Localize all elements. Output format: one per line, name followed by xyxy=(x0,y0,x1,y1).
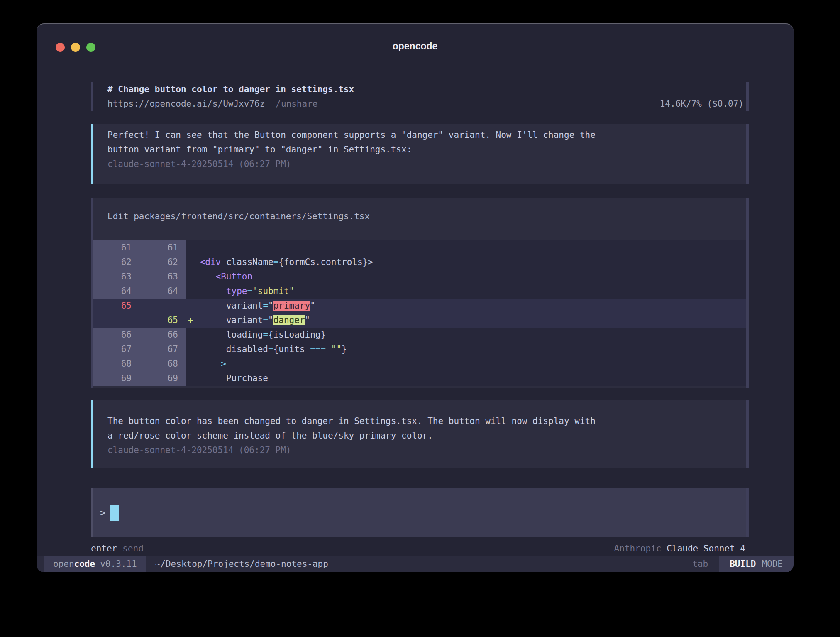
prompt-caret: > xyxy=(100,505,105,520)
diff-row: 6868 > xyxy=(93,357,746,371)
close-button[interactable] xyxy=(56,43,65,52)
statusbar: opencodev0.3.11 ~/Desktop/Projects/demo-… xyxy=(37,556,794,572)
assistant-message: The button color has been changed to dan… xyxy=(91,400,749,468)
new-line-number: 64 xyxy=(140,284,186,299)
message-line: The button color has been changed to dan… xyxy=(107,414,738,429)
code-line: <div className={formCs.controls}> xyxy=(195,255,746,270)
minimize-button[interactable] xyxy=(71,43,80,52)
hint-send-label: send xyxy=(122,541,144,556)
old-line-number: 61 xyxy=(93,240,140,255)
statusbar-spacer xyxy=(328,556,692,572)
app-name-prefix: open xyxy=(53,559,74,569)
session-title: # Change button color to danger in setti… xyxy=(107,82,744,97)
code-line: loading={isLoading} xyxy=(195,328,746,342)
diff-row: 6262 <div className={formCs.controls}> xyxy=(93,255,746,270)
code-line: > xyxy=(195,357,746,371)
diff-row: 65- variant="primary" xyxy=(93,299,746,313)
message-line: Perfect! I can see that the Button compo… xyxy=(107,128,738,142)
model-provider: Anthropic xyxy=(614,541,662,556)
text-cursor xyxy=(110,505,119,521)
mode-suffix: MODE xyxy=(762,559,783,569)
app-badge: opencodev0.3.11 xyxy=(44,556,146,572)
model-name: Claude Sonnet 4 xyxy=(667,541,749,556)
hint-row: enter send Anthropic Claude Sonnet 4 xyxy=(91,541,749,556)
old-line-number xyxy=(93,313,140,328)
old-line-number: 68 xyxy=(93,357,140,371)
prompt-input[interactable]: > xyxy=(91,488,749,537)
unshare-hint: /unshare xyxy=(276,97,317,111)
diff: 61616262 <div className={formCs.controls… xyxy=(93,240,746,386)
message-line: button variant from "primary" to "danger… xyxy=(107,142,738,157)
new-line-number: 62 xyxy=(140,255,186,270)
old-line-number: 62 xyxy=(93,255,140,270)
titlebar: opencode xyxy=(37,24,794,52)
diff-row: 6161 xyxy=(93,240,746,255)
message-meta: claude-sonnet-4-20250514 (06:27 PM) xyxy=(107,443,738,458)
old-line-number: 63 xyxy=(93,270,140,284)
diff-row: 6464 type="submit" xyxy=(93,284,746,299)
tab-key-hint: tab xyxy=(692,556,708,572)
message-meta: claude-sonnet-4-20250514 (06:27 PM) xyxy=(107,157,738,172)
assistant-message: Perfect! I can see that the Button compo… xyxy=(91,124,749,184)
new-line-number: 67 xyxy=(140,342,186,357)
code-line: type="submit" xyxy=(195,284,746,299)
new-line-number: 61 xyxy=(140,240,186,255)
old-line-number: 65 xyxy=(93,299,140,313)
new-line-number: 63 xyxy=(140,270,186,284)
diff-marker xyxy=(186,284,195,299)
diff-marker xyxy=(186,328,195,342)
app-window: opencode # Change button color to danger… xyxy=(37,23,794,572)
window-controls xyxy=(56,43,95,52)
share-url: https://opencode.ai/s/UwJxv76z xyxy=(107,97,265,111)
diff-marker: - xyxy=(186,299,195,313)
diff-marker xyxy=(186,240,195,255)
code-line: disabled={units === ""} xyxy=(195,342,746,357)
hint-enter-key: enter xyxy=(91,541,117,556)
app-version: v0.3.11 xyxy=(100,559,137,569)
new-line-number: 68 xyxy=(140,357,186,371)
diff-marker xyxy=(186,270,195,284)
old-line-number: 64 xyxy=(93,284,140,299)
diff-marker xyxy=(186,255,195,270)
working-directory: ~/Desktop/Projects/demo-notes-app xyxy=(155,556,328,572)
new-line-number: 65 xyxy=(140,313,186,328)
diff-row: 6969 Purchase xyxy=(93,371,746,386)
mode-badge: BUILDMODE xyxy=(719,556,794,572)
new-line-number xyxy=(140,299,186,313)
diff-row: 6767 disabled={units === ""} xyxy=(93,342,746,357)
window-title: opencode xyxy=(37,24,794,52)
app-name-suffix: code xyxy=(74,559,95,569)
diff-marker xyxy=(186,342,195,357)
code-line: variant="danger" xyxy=(195,313,746,328)
code-line: Purchase xyxy=(195,371,746,386)
mode-name: BUILD xyxy=(730,559,756,569)
edit-tool-header: Edit packages/frontend/src/containers/Se… xyxy=(93,209,746,224)
session-header: # Change button color to danger in setti… xyxy=(91,82,749,111)
context-stats: 14.6K/7% ($0.07) xyxy=(660,97,744,111)
message-line: a red/rose color scheme instead of the b… xyxy=(107,429,738,443)
code-line: variant="primary" xyxy=(195,299,746,313)
code-line xyxy=(195,240,746,255)
diff-row: 6666 loading={isLoading} xyxy=(93,328,746,342)
diff-row: 6363 <Button xyxy=(93,270,746,284)
old-line-number: 69 xyxy=(93,371,140,386)
code-line: <Button xyxy=(195,270,746,284)
old-line-number: 66 xyxy=(93,328,140,342)
new-line-number: 66 xyxy=(140,328,186,342)
diff-row: 65+ variant="danger" xyxy=(93,313,746,328)
zoom-button[interactable] xyxy=(86,43,95,52)
diff-marker: + xyxy=(186,313,195,328)
old-line-number: 67 xyxy=(93,342,140,357)
diff-marker xyxy=(186,371,195,386)
new-line-number: 69 xyxy=(140,371,186,386)
diff-marker xyxy=(186,357,195,371)
edit-tool-card: Edit packages/frontend/src/containers/Se… xyxy=(91,198,749,388)
